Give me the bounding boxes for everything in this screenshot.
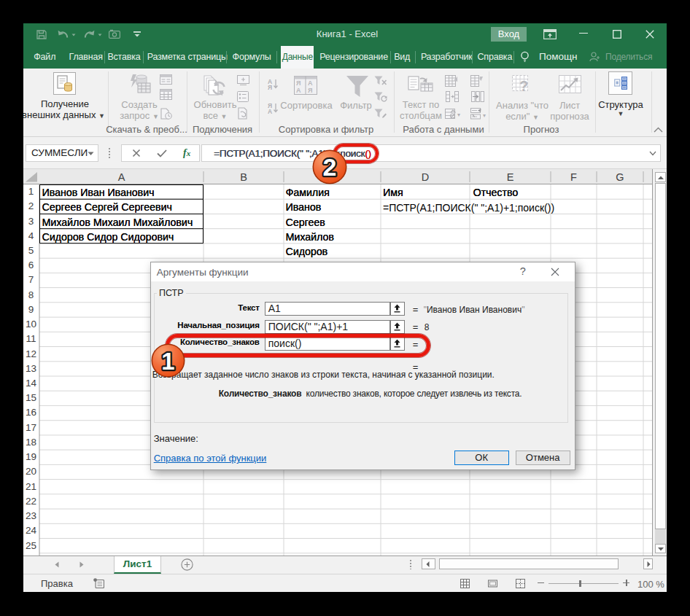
svg-text:▾: ▾ [457, 112, 460, 118]
svg-text:А: А [268, 108, 272, 114]
svg-text:▾: ▾ [483, 112, 486, 119]
svg-text:Я: Я [308, 87, 312, 94]
svg-text:2: 2 [322, 153, 336, 181]
svg-text:А: А [308, 79, 313, 87]
svg-text:Я: Я [268, 84, 272, 90]
svg-text:?: ? [519, 78, 528, 94]
svg-text:А: А [296, 87, 301, 94]
svg-text:1: 1 [162, 347, 175, 374]
svg-text:Я: Я [296, 79, 301, 87]
